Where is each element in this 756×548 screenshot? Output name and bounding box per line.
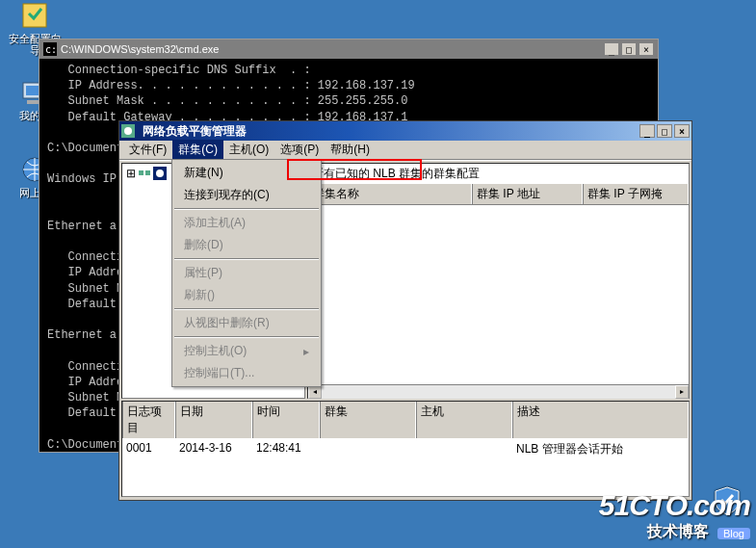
- log-cell-time: 12:48:41: [252, 441, 320, 457]
- cmd-icon: c:: [43, 42, 57, 56]
- chevron-right-icon: ▸: [303, 345, 309, 358]
- svg-rect-10: [145, 170, 150, 175]
- dd-new[interactable]: 新建(N): [174, 162, 319, 184]
- menu-host[interactable]: 主机(O): [223, 140, 274, 160]
- watermark: 51CTO.com 技术博客 Blog: [599, 489, 750, 542]
- dd-addhost: 添加主机(A): [174, 212, 319, 234]
- close-button[interactable]: ×: [674, 124, 690, 138]
- dd-refresh: 刷新(): [174, 284, 319, 306]
- svg-point-12: [156, 170, 164, 177]
- menu-help[interactable]: 帮助(H): [325, 140, 376, 160]
- col-ip[interactable]: 群集 IP 地址: [472, 184, 583, 204]
- list-pane: 所有已知的 NLB 群集的群集配置 群集名称 群集 IP 地址 群集 IP 子网…: [307, 163, 690, 399]
- watermark-line1: 51CTO.com: [599, 489, 750, 522]
- list-header: 群集名称 群集 IP 地址 群集 IP 子网掩: [308, 184, 689, 205]
- cluster-dropdown: 新建(N) 连接到现存的(C) 添加主机(A) 删除(D) 属性(P) 刷新()…: [171, 159, 322, 387]
- log-cell-host: [416, 441, 512, 457]
- log-col-host[interactable]: 主机: [416, 402, 512, 438]
- list-body[interactable]: [308, 205, 689, 384]
- log-col-item[interactable]: 日志项目: [122, 402, 175, 438]
- menu-options[interactable]: 选项(P): [274, 140, 325, 160]
- menubar: 文件(F) 群集(C) 主机(O) 选项(P) 帮助(H) 新建(N) 连接到现…: [119, 141, 691, 160]
- tree-expand-icon[interactable]: ⊞: [126, 167, 136, 180]
- dd-connect[interactable]: 连接到现存的(C): [174, 184, 319, 206]
- dd-controlhost: 控制主机(O) ▸: [174, 340, 319, 362]
- col-subnet[interactable]: 群集 IP 子网掩: [583, 184, 689, 204]
- scroll-right-button[interactable]: ▸: [675, 385, 689, 399]
- log-col-desc[interactable]: 描述: [512, 402, 689, 438]
- maximize-button[interactable]: □: [621, 42, 637, 56]
- svg-point-8: [124, 127, 132, 135]
- scroll-track[interactable]: [322, 385, 675, 399]
- list-caption: 所有已知的 NLB 群集的群集配置: [308, 164, 689, 184]
- nlb-titlebar[interactable]: 网络负载平衡管理器 _ □ ×: [119, 121, 691, 141]
- dd-controlport: 控制端口(T)...: [174, 362, 319, 384]
- minimize-button[interactable]: _: [639, 124, 655, 138]
- dd-delete: 删除(D): [174, 234, 319, 256]
- log-header: 日志项目 日期 时间 群集 主机 描述: [122, 402, 689, 438]
- svg-rect-9: [139, 170, 143, 175]
- log-cell-desc: NLB 管理器会话开始: [512, 441, 689, 457]
- log-cell-cluster: [320, 441, 416, 457]
- log-pane: 日志项目 日期 时间 群集 主机 描述 0001 2014-3-16 12:48…: [121, 401, 690, 497]
- log-cell-id: 0001: [122, 441, 175, 457]
- cmd-titlebar[interactable]: c: C:\WINDOWS\system32\cmd.exe _ □ ×: [39, 39, 658, 59]
- menu-cluster[interactable]: 群集(C): [172, 140, 223, 160]
- log-cell-date: 2014-3-16: [175, 441, 252, 457]
- nlb-window: 网络负载平衡管理器 _ □ × 文件(F) 群集(C) 主机(O) 选项(P) …: [118, 120, 692, 501]
- nlb-tree-icon: [138, 167, 151, 180]
- nlb-icon: [121, 124, 135, 138]
- nlb-selected-icon: [153, 167, 167, 180]
- svg-text:c:: c:: [45, 44, 57, 55]
- watermark-line2: 技术博客: [647, 523, 709, 539]
- menu-file[interactable]: 文件(F): [123, 140, 172, 160]
- col-name[interactable]: 群集名称: [308, 184, 472, 204]
- dd-removefromview: 从视图中删除(R): [174, 312, 319, 334]
- nlb-title: 网络负载平衡管理器: [143, 123, 639, 140]
- close-button[interactable]: ×: [639, 42, 654, 56]
- minimize-button[interactable]: _: [604, 42, 619, 56]
- log-col-date[interactable]: 日期: [175, 402, 252, 438]
- log-row[interactable]: 0001 2014-3-16 12:48:41 NLB 管理器会话开始: [122, 438, 689, 460]
- watermark-tag: Blog: [717, 528, 750, 539]
- wizard-icon: [19, 0, 50, 31]
- dd-properties: 属性(P): [174, 262, 319, 284]
- log-col-time[interactable]: 时间: [252, 402, 320, 438]
- h-scrollbar[interactable]: ◂ ▸: [308, 384, 689, 398]
- cmd-title: C:\WINDOWS\system32\cmd.exe: [61, 43, 604, 55]
- maximize-button[interactable]: □: [657, 124, 672, 138]
- log-col-cluster[interactable]: 群集: [320, 402, 416, 438]
